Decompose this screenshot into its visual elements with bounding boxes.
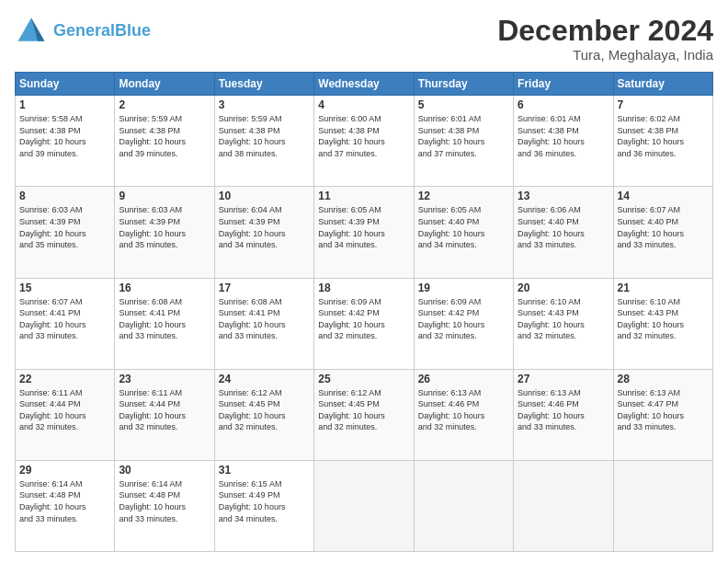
col-tuesday: Tuesday bbox=[214, 73, 313, 96]
day-info: Sunrise: 6:12 AM Sunset: 4:45 PM Dayligh… bbox=[318, 387, 409, 433]
day-info: Sunrise: 6:02 AM Sunset: 4:38 PM Dayligh… bbox=[618, 113, 709, 159]
day-info: Sunrise: 6:01 AM Sunset: 4:38 PM Dayligh… bbox=[518, 113, 609, 159]
table-row: 15Sunrise: 6:07 AM Sunset: 4:41 PM Dayli… bbox=[16, 278, 115, 369]
col-thursday: Thursday bbox=[414, 73, 513, 96]
logo-blue: Blue bbox=[115, 21, 151, 40]
table-row: 7Sunrise: 6:02 AM Sunset: 4:38 PM Daylig… bbox=[613, 96, 712, 187]
day-info: Sunrise: 6:13 AM Sunset: 4:46 PM Dayligh… bbox=[518, 387, 609, 433]
day-info: Sunrise: 6:05 AM Sunset: 4:40 PM Dayligh… bbox=[418, 204, 509, 250]
calendar-table: Sunday Monday Tuesday Wednesday Thursday… bbox=[15, 72, 713, 552]
day-info: Sunrise: 6:11 AM Sunset: 4:44 PM Dayligh… bbox=[19, 387, 110, 433]
col-wednesday: Wednesday bbox=[314, 73, 414, 96]
day-info: Sunrise: 6:03 AM Sunset: 4:39 PM Dayligh… bbox=[19, 204, 110, 250]
logo: GeneralBlue bbox=[15, 15, 151, 48]
table-row: 21Sunrise: 6:10 AM Sunset: 4:43 PM Dayli… bbox=[613, 278, 712, 369]
day-number: 30 bbox=[119, 464, 210, 477]
title-block: December 2024 Tura, Meghalaya, India bbox=[497, 15, 713, 63]
day-info: Sunrise: 6:07 AM Sunset: 4:40 PM Dayligh… bbox=[618, 204, 709, 250]
day-info: Sunrise: 5:58 AM Sunset: 4:38 PM Dayligh… bbox=[19, 113, 110, 159]
table-row: 24Sunrise: 6:12 AM Sunset: 4:45 PM Dayli… bbox=[214, 369, 313, 460]
day-number: 1 bbox=[19, 98, 110, 111]
day-info: Sunrise: 6:15 AM Sunset: 4:49 PM Dayligh… bbox=[219, 478, 310, 524]
calendar-week-5: 29Sunrise: 6:14 AM Sunset: 4:48 PM Dayli… bbox=[16, 460, 713, 551]
day-number: 3 bbox=[219, 98, 310, 111]
table-row bbox=[414, 460, 513, 551]
table-row: 22Sunrise: 6:11 AM Sunset: 4:44 PM Dayli… bbox=[16, 369, 115, 460]
day-info: Sunrise: 6:12 AM Sunset: 4:45 PM Dayligh… bbox=[219, 387, 310, 433]
day-info: Sunrise: 6:14 AM Sunset: 4:48 PM Dayligh… bbox=[119, 478, 210, 524]
day-info: Sunrise: 6:13 AM Sunset: 4:46 PM Dayligh… bbox=[418, 387, 509, 433]
day-info: Sunrise: 6:11 AM Sunset: 4:44 PM Dayligh… bbox=[119, 387, 210, 433]
table-row: 20Sunrise: 6:10 AM Sunset: 4:43 PM Dayli… bbox=[514, 278, 613, 369]
day-number: 11 bbox=[318, 190, 409, 202]
day-number: 26 bbox=[418, 373, 509, 385]
day-info: Sunrise: 6:08 AM Sunset: 4:41 PM Dayligh… bbox=[219, 296, 310, 342]
table-row: 19Sunrise: 6:09 AM Sunset: 4:42 PM Dayli… bbox=[414, 278, 513, 369]
day-info: Sunrise: 6:10 AM Sunset: 4:43 PM Dayligh… bbox=[518, 296, 609, 342]
day-number: 22 bbox=[19, 373, 110, 385]
table-row: 12Sunrise: 6:05 AM Sunset: 4:40 PM Dayli… bbox=[414, 187, 513, 278]
day-info: Sunrise: 6:09 AM Sunset: 4:42 PM Dayligh… bbox=[318, 296, 409, 342]
subtitle: Tura, Meghalaya, India bbox=[497, 47, 713, 63]
table-row: 16Sunrise: 6:08 AM Sunset: 4:41 PM Dayli… bbox=[115, 278, 214, 369]
table-row: 11Sunrise: 6:05 AM Sunset: 4:39 PM Dayli… bbox=[314, 187, 414, 278]
table-row: 17Sunrise: 6:08 AM Sunset: 4:41 PM Dayli… bbox=[214, 278, 313, 369]
day-info: Sunrise: 6:09 AM Sunset: 4:42 PM Dayligh… bbox=[418, 296, 509, 342]
table-row: 30Sunrise: 6:14 AM Sunset: 4:48 PM Dayli… bbox=[115, 460, 214, 551]
logo-general: General bbox=[53, 21, 115, 40]
day-info: Sunrise: 6:04 AM Sunset: 4:39 PM Dayligh… bbox=[219, 204, 310, 250]
col-saturday: Saturday bbox=[613, 73, 712, 96]
col-friday: Friday bbox=[514, 73, 613, 96]
table-row: 3Sunrise: 5:59 AM Sunset: 4:38 PM Daylig… bbox=[214, 96, 313, 187]
day-info: Sunrise: 6:03 AM Sunset: 4:39 PM Dayligh… bbox=[119, 204, 210, 250]
col-sunday: Sunday bbox=[16, 73, 115, 96]
page: GeneralBlue December 2024 Tura, Meghalay… bbox=[0, 0, 728, 563]
day-number: 13 bbox=[518, 190, 609, 202]
col-monday: Monday bbox=[115, 73, 214, 96]
calendar-header-row: Sunday Monday Tuesday Wednesday Thursday… bbox=[16, 73, 713, 96]
day-number: 6 bbox=[518, 98, 609, 111]
day-number: 21 bbox=[618, 282, 709, 294]
table-row: 25Sunrise: 6:12 AM Sunset: 4:45 PM Dayli… bbox=[314, 369, 414, 460]
day-number: 12 bbox=[418, 190, 509, 202]
table-row: 26Sunrise: 6:13 AM Sunset: 4:46 PM Dayli… bbox=[414, 369, 513, 460]
day-number: 7 bbox=[618, 98, 709, 111]
table-row bbox=[514, 460, 613, 551]
table-row: 13Sunrise: 6:06 AM Sunset: 4:40 PM Dayli… bbox=[514, 187, 613, 278]
table-row: 31Sunrise: 6:15 AM Sunset: 4:49 PM Dayli… bbox=[214, 460, 313, 551]
day-info: Sunrise: 6:10 AM Sunset: 4:43 PM Dayligh… bbox=[618, 296, 709, 342]
table-row: 8Sunrise: 6:03 AM Sunset: 4:39 PM Daylig… bbox=[16, 187, 115, 278]
day-number: 4 bbox=[318, 98, 409, 111]
day-number: 31 bbox=[219, 464, 310, 477]
table-row: 10Sunrise: 6:04 AM Sunset: 4:39 PM Dayli… bbox=[214, 187, 313, 278]
header: GeneralBlue December 2024 Tura, Meghalay… bbox=[15, 15, 713, 63]
day-info: Sunrise: 5:59 AM Sunset: 4:38 PM Dayligh… bbox=[119, 113, 210, 159]
day-info: Sunrise: 6:14 AM Sunset: 4:48 PM Dayligh… bbox=[19, 478, 110, 524]
day-info: Sunrise: 6:13 AM Sunset: 4:47 PM Dayligh… bbox=[618, 387, 709, 433]
table-row: 4Sunrise: 6:00 AM Sunset: 4:38 PM Daylig… bbox=[314, 96, 414, 187]
day-number: 29 bbox=[19, 464, 110, 477]
table-row: 5Sunrise: 6:01 AM Sunset: 4:38 PM Daylig… bbox=[414, 96, 513, 187]
day-number: 8 bbox=[19, 190, 110, 202]
day-number: 15 bbox=[19, 282, 110, 294]
day-number: 19 bbox=[418, 282, 509, 294]
table-row bbox=[314, 460, 414, 551]
table-row bbox=[613, 460, 712, 551]
table-row: 9Sunrise: 6:03 AM Sunset: 4:39 PM Daylig… bbox=[115, 187, 214, 278]
day-info: Sunrise: 6:05 AM Sunset: 4:39 PM Dayligh… bbox=[318, 204, 409, 250]
logo-text: GeneralBlue bbox=[53, 22, 151, 40]
day-number: 28 bbox=[618, 373, 709, 385]
day-number: 2 bbox=[119, 98, 210, 111]
day-number: 24 bbox=[219, 373, 310, 385]
calendar-week-2: 8Sunrise: 6:03 AM Sunset: 4:39 PM Daylig… bbox=[16, 187, 713, 278]
day-info: Sunrise: 6:06 AM Sunset: 4:40 PM Dayligh… bbox=[518, 204, 609, 250]
logo-icon bbox=[15, 15, 48, 48]
table-row: 29Sunrise: 6:14 AM Sunset: 4:48 PM Dayli… bbox=[16, 460, 115, 551]
calendar-week-1: 1Sunrise: 5:58 AM Sunset: 4:38 PM Daylig… bbox=[16, 96, 713, 187]
day-info: Sunrise: 6:00 AM Sunset: 4:38 PM Dayligh… bbox=[318, 113, 409, 159]
day-number: 20 bbox=[518, 282, 609, 294]
table-row: 1Sunrise: 5:58 AM Sunset: 4:38 PM Daylig… bbox=[16, 96, 115, 187]
day-number: 9 bbox=[119, 190, 210, 202]
day-info: Sunrise: 6:07 AM Sunset: 4:41 PM Dayligh… bbox=[19, 296, 110, 342]
table-row: 2Sunrise: 5:59 AM Sunset: 4:38 PM Daylig… bbox=[115, 96, 214, 187]
